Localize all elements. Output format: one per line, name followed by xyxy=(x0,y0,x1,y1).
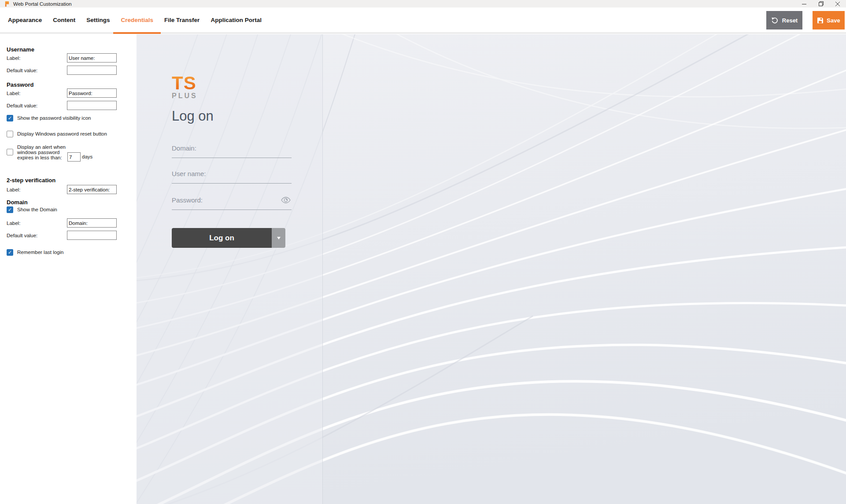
remember-login-row: ✓ Remember last login xyxy=(7,249,63,256)
credentials-settings-panel: Username Label: Default value: Password … xyxy=(0,34,137,504)
remember-login-checkbox[interactable]: ✓ xyxy=(7,249,13,256)
windows-password-reset-label: Display Windows password reset button xyxy=(17,131,107,136)
show-password-visibility-row: ✓ Show the password visibility icon xyxy=(7,115,91,121)
reset-icon xyxy=(771,17,779,24)
domain-label-caption: Label: xyxy=(7,221,20,226)
username-section-heading: Username xyxy=(7,46,34,53)
show-domain-label: Show the Domain xyxy=(17,206,57,212)
password-label-caption: Label: xyxy=(7,91,20,96)
login-form-preview: TS PLUS Log on Domain: User name: Passwo… xyxy=(137,34,322,504)
chevron-down-icon xyxy=(277,237,281,239)
tab-appearance[interactable]: Appearance xyxy=(8,7,42,32)
logon-button[interactable]: Log on xyxy=(172,228,272,248)
password-expiry-alert-label: Display an alert when windows password e… xyxy=(17,144,66,160)
logo-ts-text: TS xyxy=(172,75,198,92)
password-placeholder: Password: xyxy=(172,196,292,210)
app-window: Web Portal Customization Appearance Cont… xyxy=(0,0,846,504)
logon-dropdown-button[interactable] xyxy=(272,228,285,248)
remember-login-label: Remember last login xyxy=(17,249,63,255)
show-password-visibility-label: Show the password visibility icon xyxy=(17,115,91,121)
logon-heading: Log on xyxy=(172,108,214,124)
password-section-heading: Password xyxy=(7,81,33,88)
username-default-caption: Default value: xyxy=(7,68,37,73)
password-label-input[interactable] xyxy=(67,88,117,98)
tab-credentials[interactable]: Credentials xyxy=(121,7,154,32)
show-domain-checkbox[interactable]: ✓ xyxy=(7,206,13,213)
save-button[interactable]: Save xyxy=(813,11,845,29)
close-button[interactable] xyxy=(829,0,846,7)
twostep-label-input[interactable] xyxy=(67,185,117,194)
password-default-input[interactable] xyxy=(67,101,117,110)
logon-button-group: Log on xyxy=(172,228,285,248)
tab-bar: Appearance Content Settings Credentials … xyxy=(0,7,846,34)
reset-button[interactable]: Reset xyxy=(766,11,802,29)
tab-settings[interactable]: Settings xyxy=(86,7,110,32)
tsplus-logo: TS PLUS xyxy=(172,75,198,100)
username-label-input[interactable] xyxy=(67,53,117,63)
username-placeholder: User name: xyxy=(172,170,292,183)
domain-default-input[interactable] xyxy=(67,231,117,240)
preview-domain-field[interactable]: Domain: xyxy=(172,144,292,158)
username-label-caption: Label: xyxy=(7,55,20,61)
password-expiry-alert-checkbox[interactable] xyxy=(7,149,13,155)
domain-placeholder: Domain: xyxy=(172,144,292,158)
logon-button-label: Log on xyxy=(209,234,234,243)
expiry-days-input[interactable] xyxy=(67,152,81,162)
tab-file-transfer[interactable]: File Transfer xyxy=(164,7,199,32)
minimize-button[interactable] xyxy=(796,0,813,7)
show-domain-row: ✓ Show the Domain xyxy=(7,206,57,213)
save-icon xyxy=(817,17,824,24)
preview-username-field[interactable]: User name: xyxy=(172,170,292,184)
restore-button[interactable] xyxy=(813,0,829,7)
tab-content[interactable]: Content xyxy=(53,7,75,32)
preview-password-field[interactable]: Password: xyxy=(172,196,292,210)
password-default-caption: Default value: xyxy=(7,103,37,108)
expiry-days-suffix: days xyxy=(82,154,92,159)
username-default-input[interactable] xyxy=(67,66,117,75)
domain-label-input[interactable] xyxy=(67,218,117,228)
logo-plus-text: PLUS xyxy=(172,92,198,100)
twostep-label-caption: Label: xyxy=(7,187,20,192)
windows-password-reset-row: Display Windows password reset button xyxy=(7,131,107,137)
title-bar: Web Portal Customization xyxy=(0,0,846,7)
windows-password-reset-checkbox[interactable] xyxy=(7,131,13,137)
reset-label: Reset xyxy=(782,17,798,24)
app-icon xyxy=(4,1,10,7)
save-label: Save xyxy=(827,17,840,24)
twostep-section-heading: 2-step verification xyxy=(7,177,55,184)
password-expiry-alert-row: Display an alert when windows password e… xyxy=(7,144,66,160)
domain-section-heading: Domain xyxy=(7,199,28,206)
portal-preview: TS PLUS Log on Domain: User name: Passwo… xyxy=(137,34,846,504)
tab-application-portal[interactable]: Application Portal xyxy=(211,7,262,32)
domain-default-caption: Default value: xyxy=(7,233,37,238)
eye-icon[interactable] xyxy=(281,197,291,205)
window-title: Web Portal Customization xyxy=(13,1,72,7)
show-password-visibility-checkbox[interactable]: ✓ xyxy=(7,115,13,121)
